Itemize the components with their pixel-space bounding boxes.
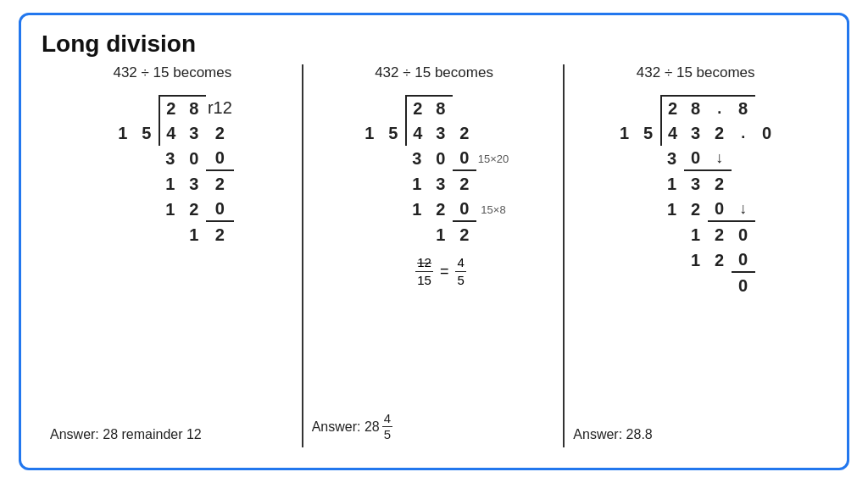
col2-frac-den: 15	[415, 272, 433, 289]
col3-answer: Answer: 28.8	[573, 427, 652, 447]
col2-annotation1: 15×20	[476, 146, 511, 171]
col3-heading: 432 ÷ 15 becomes	[637, 64, 755, 81]
col3-arrow2: ↓	[732, 197, 755, 222]
col3-arrow1: ↓	[708, 146, 732, 171]
col1-answer: Answer: 28 remainder 12	[50, 427, 202, 447]
col2-frac-original: 12 15	[415, 254, 433, 288]
col2-heading: 432 ÷ 15 becomes	[375, 64, 493, 81]
col1-table: 2 8 r12 1 5 4 3 2	[111, 95, 234, 247]
col2-equals: =	[440, 263, 449, 280]
col2-answer-prefix: Answer: 28	[312, 419, 380, 435]
remainder-label: r12	[206, 95, 234, 120]
columns: 432 ÷ 15 becomes 2 8 r12	[42, 64, 826, 447]
col3-division: 2 8 . 8 1 5 4 3 2 . 0	[573, 95, 818, 427]
page-title: Long division	[42, 31, 826, 58]
col-1: 432 ÷ 15 becomes 2 8 r12	[42, 64, 303, 447]
card: Long division 432 ÷ 15 becomes 2 8 r12	[19, 13, 849, 470]
col2-ans-frac-num: 4	[382, 411, 392, 427]
col2-frac-num: 12	[415, 254, 433, 272]
col2-annotation2: 15×8	[476, 197, 511, 222]
col-2: 432 ÷ 15 becomes 2 8 1 5	[303, 64, 565, 447]
col1-heading: 432 ÷ 15 becomes	[113, 64, 231, 81]
col2-ans-frac-den: 5	[382, 427, 392, 442]
col2-answer-frac: 4 5	[382, 411, 392, 442]
col2-table: 2 8 1 5 4 3 2	[358, 95, 511, 247]
col2-frac-simp-den: 5	[455, 272, 465, 289]
col2-frac-simplified: 4 5	[455, 254, 465, 288]
col2-fraction-area: 12 15 = 4 5	[412, 254, 470, 288]
col-3: 432 ÷ 15 becomes 2 8 . 8	[565, 64, 826, 447]
col1-division: 2 8 r12 1 5 4 3 2	[50, 95, 295, 427]
col2-answer: Answer: 28 4 5	[312, 411, 392, 447]
col2-division: 2 8 1 5 4 3 2	[312, 95, 557, 411]
col2-frac-simp-num: 4	[455, 254, 465, 272]
col3-table: 2 8 . 8 1 5 4 3 2 . 0	[613, 95, 779, 298]
